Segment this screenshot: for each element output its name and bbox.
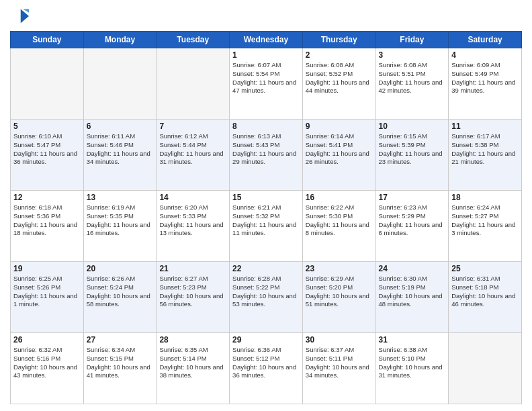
day-info: Sunrise: 6:12 AMSunset: 5:44 PMDaylight:… bbox=[159, 132, 226, 167]
calendar-cell: 18Sunrise: 6:24 AMSunset: 5:27 PMDayligh… bbox=[449, 191, 522, 262]
day-number: 12 bbox=[13, 193, 81, 202]
header bbox=[10, 7, 522, 26]
calendar-header-wednesday: Wednesday bbox=[230, 32, 303, 48]
day-info: Sunrise: 6:21 AMSunset: 5:32 PMDaylight:… bbox=[232, 203, 300, 238]
calendar-cell: 6Sunrise: 6:11 AMSunset: 5:46 PMDaylight… bbox=[83, 120, 157, 191]
day-info: Sunrise: 6:29 AMSunset: 5:20 PMDaylight:… bbox=[306, 275, 373, 309]
day-number: 28 bbox=[159, 335, 226, 345]
calendar-header-thursday: Thursday bbox=[302, 32, 375, 48]
calendar-cell: 21Sunrise: 6:27 AMSunset: 5:23 PMDayligh… bbox=[157, 262, 230, 333]
day-number: 22 bbox=[232, 264, 300, 273]
calendar-cell: 13Sunrise: 6:19 AMSunset: 5:35 PMDayligh… bbox=[83, 191, 157, 262]
day-info: Sunrise: 6:37 AMSunset: 5:11 PMDaylight:… bbox=[306, 346, 373, 380]
calendar-week-row: 1Sunrise: 6:07 AMSunset: 5:54 PMDaylight… bbox=[11, 48, 522, 120]
calendar-cell: 2Sunrise: 6:08 AMSunset: 5:52 PMDaylight… bbox=[302, 48, 375, 120]
day-info: Sunrise: 6:38 AMSunset: 5:10 PMDaylight:… bbox=[379, 346, 446, 380]
day-number: 3 bbox=[379, 50, 446, 60]
day-number: 7 bbox=[159, 122, 226, 131]
day-number: 13 bbox=[87, 193, 154, 202]
calendar-cell: 28Sunrise: 6:35 AMSunset: 5:14 PMDayligh… bbox=[157, 333, 230, 404]
day-info: Sunrise: 6:23 AMSunset: 5:29 PMDaylight:… bbox=[379, 203, 446, 238]
day-number: 29 bbox=[232, 335, 300, 345]
calendar-cell: 10Sunrise: 6:15 AMSunset: 5:39 PMDayligh… bbox=[375, 120, 449, 191]
calendar-cell: 7Sunrise: 6:12 AMSunset: 5:44 PMDaylight… bbox=[157, 120, 230, 191]
day-number: 25 bbox=[451, 264, 519, 273]
calendar-cell: 19Sunrise: 6:25 AMSunset: 5:26 PMDayligh… bbox=[11, 262, 84, 333]
calendar-cell: 16Sunrise: 6:22 AMSunset: 5:30 PMDayligh… bbox=[302, 191, 375, 262]
calendar-cell: 17Sunrise: 6:23 AMSunset: 5:29 PMDayligh… bbox=[375, 191, 449, 262]
calendar-week-row: 5Sunrise: 6:10 AMSunset: 5:47 PMDaylight… bbox=[11, 120, 522, 191]
day-info: Sunrise: 6:10 AMSunset: 5:47 PMDaylight:… bbox=[13, 132, 81, 167]
calendar-cell bbox=[449, 333, 522, 404]
calendar-header-monday: Monday bbox=[83, 32, 157, 48]
calendar-week-row: 12Sunrise: 6:18 AMSunset: 5:36 PMDayligh… bbox=[11, 191, 522, 262]
day-number: 26 bbox=[13, 335, 81, 345]
day-number: 27 bbox=[87, 335, 154, 345]
day-number: 8 bbox=[232, 122, 300, 131]
calendar-cell: 24Sunrise: 6:30 AMSunset: 5:19 PMDayligh… bbox=[375, 262, 449, 333]
day-info: Sunrise: 6:19 AMSunset: 5:35 PMDaylight:… bbox=[87, 203, 154, 238]
calendar-cell: 8Sunrise: 6:13 AMSunset: 5:43 PMDaylight… bbox=[230, 120, 303, 191]
day-number: 30 bbox=[306, 335, 373, 345]
day-info: Sunrise: 6:18 AMSunset: 5:36 PMDaylight:… bbox=[13, 203, 81, 238]
day-info: Sunrise: 6:28 AMSunset: 5:22 PMDaylight:… bbox=[232, 275, 300, 309]
day-number: 2 bbox=[306, 50, 373, 60]
day-number: 15 bbox=[232, 193, 300, 202]
day-info: Sunrise: 6:17 AMSunset: 5:38 PMDaylight:… bbox=[451, 132, 519, 167]
day-number: 18 bbox=[451, 193, 519, 202]
calendar-cell: 29Sunrise: 6:36 AMSunset: 5:12 PMDayligh… bbox=[230, 333, 303, 404]
calendar-cell: 5Sunrise: 6:10 AMSunset: 5:47 PMDaylight… bbox=[11, 120, 84, 191]
calendar-cell: 27Sunrise: 6:34 AMSunset: 5:15 PMDayligh… bbox=[83, 333, 157, 404]
calendar-cell: 20Sunrise: 6:26 AMSunset: 5:24 PMDayligh… bbox=[83, 262, 157, 333]
day-info: Sunrise: 6:34 AMSunset: 5:15 PMDaylight:… bbox=[87, 346, 154, 380]
day-number: 4 bbox=[451, 50, 519, 60]
calendar-cell: 31Sunrise: 6:38 AMSunset: 5:10 PMDayligh… bbox=[375, 333, 449, 404]
day-info: Sunrise: 6:14 AMSunset: 5:41 PMDaylight:… bbox=[306, 132, 373, 167]
day-info: Sunrise: 6:13 AMSunset: 5:43 PMDaylight:… bbox=[232, 132, 300, 167]
day-info: Sunrise: 6:27 AMSunset: 5:23 PMDaylight:… bbox=[159, 275, 226, 309]
calendar-cell: 25Sunrise: 6:31 AMSunset: 5:18 PMDayligh… bbox=[449, 262, 522, 333]
calendar-cell: 30Sunrise: 6:37 AMSunset: 5:11 PMDayligh… bbox=[302, 333, 375, 404]
calendar-cell bbox=[83, 48, 157, 120]
calendar-cell: 3Sunrise: 6:08 AMSunset: 5:51 PMDaylight… bbox=[375, 48, 449, 120]
day-info: Sunrise: 6:32 AMSunset: 5:16 PMDaylight:… bbox=[13, 346, 81, 380]
logo bbox=[10, 7, 32, 26]
day-info: Sunrise: 6:35 AMSunset: 5:14 PMDaylight:… bbox=[159, 346, 226, 380]
day-info: Sunrise: 6:09 AMSunset: 5:49 PMDaylight:… bbox=[451, 61, 519, 95]
calendar-header-friday: Friday bbox=[375, 32, 449, 48]
calendar-cell: 11Sunrise: 6:17 AMSunset: 5:38 PMDayligh… bbox=[449, 120, 522, 191]
calendar-cell bbox=[11, 48, 84, 120]
day-info: Sunrise: 6:26 AMSunset: 5:24 PMDaylight:… bbox=[87, 275, 154, 309]
day-number: 10 bbox=[379, 122, 446, 131]
calendar-cell: 23Sunrise: 6:29 AMSunset: 5:20 PMDayligh… bbox=[302, 262, 375, 333]
calendar-cell: 12Sunrise: 6:18 AMSunset: 5:36 PMDayligh… bbox=[11, 191, 84, 262]
calendar-table: SundayMondayTuesdayWednesdayThursdayFrid… bbox=[10, 31, 522, 404]
day-info: Sunrise: 6:36 AMSunset: 5:12 PMDaylight:… bbox=[232, 346, 300, 380]
day-number: 17 bbox=[379, 193, 446, 202]
day-number: 6 bbox=[87, 122, 154, 131]
calendar-cell: 22Sunrise: 6:28 AMSunset: 5:22 PMDayligh… bbox=[230, 262, 303, 333]
calendar-week-row: 19Sunrise: 6:25 AMSunset: 5:26 PMDayligh… bbox=[11, 262, 522, 333]
day-number: 20 bbox=[87, 264, 154, 273]
day-info: Sunrise: 6:31 AMSunset: 5:18 PMDaylight:… bbox=[451, 275, 519, 309]
calendar-cell: 1Sunrise: 6:07 AMSunset: 5:54 PMDaylight… bbox=[230, 48, 303, 120]
calendar-header-saturday: Saturday bbox=[449, 32, 522, 48]
calendar-header-sunday: Sunday bbox=[11, 32, 84, 48]
day-number: 11 bbox=[451, 122, 519, 131]
day-number: 31 bbox=[379, 335, 446, 345]
day-number: 19 bbox=[13, 264, 81, 273]
day-info: Sunrise: 6:08 AMSunset: 5:51 PMDaylight:… bbox=[379, 61, 446, 95]
day-info: Sunrise: 6:30 AMSunset: 5:19 PMDaylight:… bbox=[379, 275, 446, 309]
day-number: 14 bbox=[159, 193, 226, 202]
day-number: 24 bbox=[379, 264, 446, 273]
logo-icon bbox=[10, 7, 29, 26]
calendar-week-row: 26Sunrise: 6:32 AMSunset: 5:16 PMDayligh… bbox=[11, 333, 522, 404]
calendar-cell: 15Sunrise: 6:21 AMSunset: 5:32 PMDayligh… bbox=[230, 191, 303, 262]
day-number: 23 bbox=[306, 264, 373, 273]
day-info: Sunrise: 6:15 AMSunset: 5:39 PMDaylight:… bbox=[379, 132, 446, 167]
day-info: Sunrise: 6:20 AMSunset: 5:33 PMDaylight:… bbox=[159, 203, 226, 238]
day-info: Sunrise: 6:07 AMSunset: 5:54 PMDaylight:… bbox=[232, 61, 300, 95]
calendar-cell: 14Sunrise: 6:20 AMSunset: 5:33 PMDayligh… bbox=[157, 191, 230, 262]
day-number: 16 bbox=[306, 193, 373, 202]
calendar-header-row: SundayMondayTuesdayWednesdayThursdayFrid… bbox=[11, 32, 522, 48]
